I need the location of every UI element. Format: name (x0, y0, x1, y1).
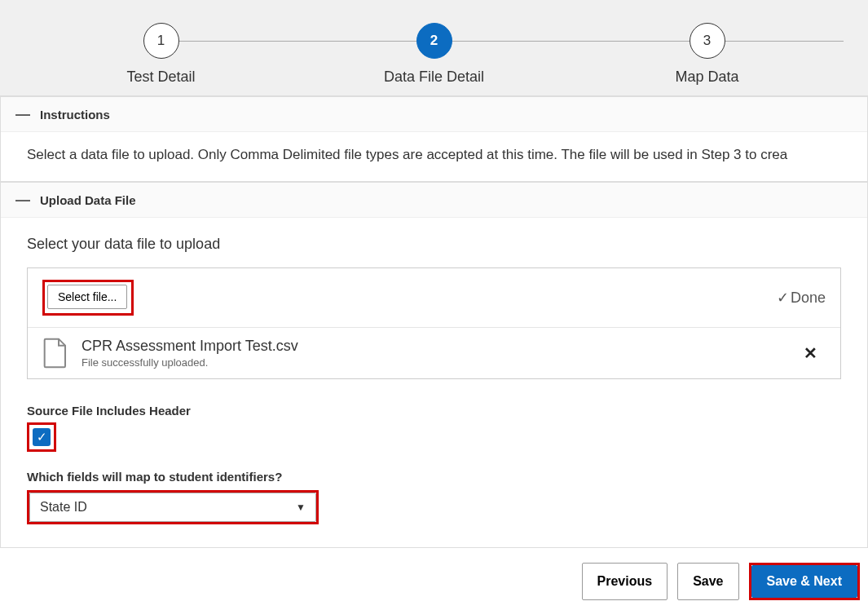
step-label: Test Detail (126, 69, 195, 86)
step-data-file-detail[interactable]: 2 Data File Detail (297, 23, 571, 86)
step-connector (178, 41, 416, 42)
remove-file-button[interactable]: ✕ (795, 338, 826, 368)
upload-header[interactable]: — Upload Data File (1, 183, 867, 218)
instructions-body: Select a data file to upload. Only Comma… (1, 132, 867, 181)
save-button[interactable]: Save (677, 563, 738, 600)
map-question-label: Which fields will map to student identif… (27, 470, 841, 484)
stepper: 1 Test Detail 2 Data File Detail 3 Map D… (24, 23, 844, 86)
done-label: Done (791, 290, 826, 307)
file-status: File successfully uploaded. (82, 356, 795, 369)
file-name: CPR Assessment Import Test.csv (82, 338, 795, 355)
section-title: Instructions (40, 108, 110, 122)
file-icon (42, 338, 68, 369)
save-next-button[interactable]: Save & Next (751, 565, 858, 598)
highlight-select-file: Select file... (42, 280, 134, 316)
previous-button[interactable]: Previous (582, 563, 668, 600)
upload-section: — Upload Data File Select your data file… (0, 182, 868, 548)
checkmark-icon: ✓ (777, 289, 789, 307)
select-file-button[interactable]: Select file... (47, 285, 127, 309)
highlight-select: State ID ▼ (27, 490, 319, 524)
upload-box: Select file... ✓ Done CPR Assessment Imp… (27, 267, 841, 379)
step-number: 2 (416, 23, 452, 59)
step-map-data[interactable]: 3 Map Data (571, 23, 844, 86)
highlight-checkbox: ✓ (27, 422, 56, 452)
collapse-icon: — (15, 107, 30, 122)
instructions-header[interactable]: — Instructions (1, 97, 867, 132)
header-checkbox[interactable]: ✓ (33, 428, 51, 446)
section-title: Upload Data File (40, 193, 136, 207)
step-connector (725, 41, 844, 42)
file-row: CPR Assessment Import Test.csv File succ… (28, 327, 840, 378)
chevron-down-icon: ▼ (296, 502, 306, 513)
upload-body: Select your data file to upload Select f… (1, 218, 867, 547)
select-value: State ID (40, 500, 87, 515)
collapse-icon: — (15, 192, 30, 207)
step-label: Data File Detail (384, 69, 484, 86)
highlight-save-next: Save & Next (749, 563, 861, 600)
identifier-select[interactable]: State ID ▼ (29, 493, 316, 522)
file-info: CPR Assessment Import Test.csv File succ… (82, 338, 795, 369)
header-checkbox-label: Source File Includes Header (27, 404, 841, 418)
instructions-section: — Instructions Select a data file to upl… (0, 96, 868, 182)
upload-done-status: ✓ Done (777, 289, 826, 307)
step-number: 3 (690, 23, 725, 59)
step-label: Map Data (675, 69, 738, 86)
checkmark-icon: ✓ (37, 430, 47, 444)
step-test-detail[interactable]: 1 Test Detail (24, 23, 297, 86)
upload-top-row: Select file... ✓ Done (28, 268, 840, 327)
stepper-region: 1 Test Detail 2 Data File Detail 3 Map D… (0, 0, 868, 96)
upload-prompt: Select your data file to upload (27, 236, 841, 253)
footer-actions: Previous Save Save & Next (0, 548, 868, 608)
step-connector (452, 41, 690, 42)
step-number: 1 (143, 23, 179, 59)
